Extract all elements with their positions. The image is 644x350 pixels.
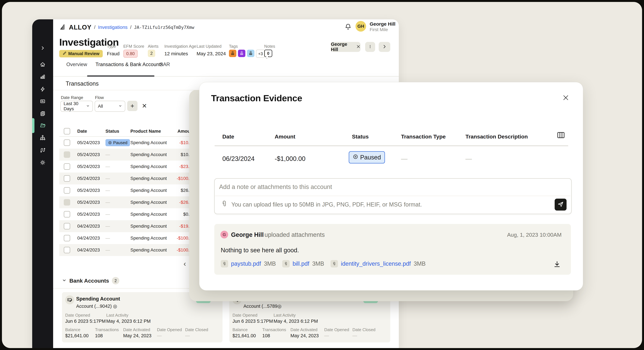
alloy-logo-icon xyxy=(59,23,66,31)
open-folder-icon xyxy=(40,122,46,129)
row-checkbox[interactable] xyxy=(64,211,70,218)
activity-note: Nothing to see here all good. xyxy=(221,247,299,254)
row-checkbox[interactable] xyxy=(64,139,70,146)
plus-icon: + xyxy=(130,102,134,110)
tags-more-chip[interactable]: +3 xyxy=(256,50,265,58)
row-checkbox[interactable] xyxy=(64,187,70,194)
modal-close-button[interactable] xyxy=(561,93,570,103)
clear-filters-button[interactable]: ✕ xyxy=(140,101,148,111)
cell-date: 04/24/2023 xyxy=(77,224,100,229)
cell-product: Spending Account xyxy=(130,140,167,145)
cell-status: — xyxy=(106,224,110,229)
note-input[interactable]: Add a note or attachments to this accoun… xyxy=(219,184,332,190)
modal-status-badge[interactable]: Paused xyxy=(349,151,385,163)
attachment-link[interactable]: identity_drivers_license.pdf xyxy=(341,260,411,267)
attachment-link[interactable]: bill.pdf xyxy=(292,260,309,267)
sidebar-item-documents[interactable] xyxy=(32,109,53,119)
tag-purple[interactable] xyxy=(238,50,245,57)
tags-label: Tags xyxy=(229,44,238,49)
bank-accounts-count-badge: 2 xyxy=(112,277,119,284)
flow-select[interactable]: All xyxy=(95,101,125,112)
chevron-down-icon xyxy=(118,104,122,109)
attach-file-button[interactable] xyxy=(220,200,228,209)
efm-score-label: EFM Score xyxy=(123,44,144,49)
remove-assignee-icon[interactable] xyxy=(356,45,360,49)
row-checkbox[interactable] xyxy=(64,235,70,241)
screen: ALLOY / Investigations / JA-TZiLfu1rz56q… xyxy=(0,0,644,350)
sidebar-item-workflows[interactable] xyxy=(32,145,53,155)
breadcrumb-investigations-link[interactable]: Investigations xyxy=(98,25,128,30)
paperclip-icon xyxy=(220,206,228,209)
flow-value: All xyxy=(98,104,103,109)
notifications-button[interactable] xyxy=(344,23,352,31)
pencil-icon xyxy=(62,51,67,56)
efm-score-badge: 0.80 xyxy=(123,50,138,58)
more-actions-button[interactable] xyxy=(365,42,375,52)
user-org: First Mile xyxy=(370,27,388,32)
columns-settings-button[interactable] xyxy=(556,131,566,140)
bell-icon xyxy=(344,28,352,31)
manual-review-badge[interactable]: Manual Review xyxy=(59,50,103,57)
date-closed-label: Date Closed xyxy=(352,327,376,332)
date-activated-value: May 24, 2023 xyxy=(123,333,152,338)
date-range-select[interactable]: Last 30 Days xyxy=(60,101,93,112)
attachment-size: 3MB xyxy=(312,260,324,267)
tab-transactions-bank-accounts[interactable]: Transactions & Bank Accounts xyxy=(96,62,163,67)
modal-col-status: Status xyxy=(352,133,369,140)
billboard-icon xyxy=(40,98,46,105)
next-button[interactable] xyxy=(379,42,390,52)
account-subtitle: Account (...5789◎ xyxy=(244,303,282,309)
type-label: Type xyxy=(107,44,116,49)
sidebar-item-cases[interactable] xyxy=(32,120,53,131)
cell-date: 05/24/2023 xyxy=(77,140,100,145)
row-checkbox[interactable] xyxy=(64,163,70,170)
cell-product: Spending Account xyxy=(130,247,167,253)
download-attachments-button[interactable] xyxy=(553,260,561,269)
stamp-icon xyxy=(230,51,235,56)
chevron-right-icon xyxy=(382,44,387,50)
target-icon[interactable]: ◎ xyxy=(113,304,117,309)
bank-accounts-heading: Bank Accounts xyxy=(70,278,109,284)
sidebar-expand-button[interactable] xyxy=(32,43,53,54)
date-opened-label: Date Opened xyxy=(324,327,349,332)
activity-author: George Hill xyxy=(231,231,264,238)
chevron-down-icon xyxy=(86,104,90,109)
row-checkbox[interactable] xyxy=(64,175,70,182)
hierarchy-icon xyxy=(40,135,46,141)
tab-overview[interactable]: Overview xyxy=(66,62,87,67)
cell-status: — xyxy=(106,247,110,253)
sidebar-item-actions[interactable] xyxy=(32,84,53,95)
cell-status: — xyxy=(106,200,110,205)
sidebar-item-board[interactable] xyxy=(32,96,53,107)
user-avatar[interactable]: GH xyxy=(356,21,366,32)
cell-date: 05/24/2023 xyxy=(77,188,100,193)
add-filter-button[interactable]: + xyxy=(127,101,138,111)
pagination-prev-button[interactable]: ‹ xyxy=(184,259,186,268)
row-checkbox[interactable] xyxy=(64,223,70,229)
bank-accounts-toggle[interactable]: Bank Accounts 2 xyxy=(62,277,119,284)
modal-table-divider xyxy=(214,145,568,146)
select-all-checkbox[interactable] xyxy=(64,128,70,134)
date-activated-value: May 24, 2023 xyxy=(290,333,319,338)
sidebar-item-hierarchy[interactable] xyxy=(32,133,53,143)
sidebar-item-settings[interactable] xyxy=(32,158,53,168)
sidebar-item-analytics[interactable] xyxy=(32,72,53,82)
tab-sar[interactable]: SAR xyxy=(160,62,170,67)
cell-status: — xyxy=(106,188,110,193)
notes-button[interactable]: 0 xyxy=(264,50,272,57)
tag-orange[interactable] xyxy=(229,50,236,57)
sidebar-item-home[interactable] xyxy=(32,60,53,70)
close-icon xyxy=(562,94,569,102)
cell-date: 05/24/2023 xyxy=(77,152,100,157)
assignee-chip[interactable]: George Hill xyxy=(331,42,360,52)
send-button[interactable] xyxy=(555,199,566,211)
cell-product: Spending Account xyxy=(130,176,167,181)
attachment-link[interactable]: paystub.pdf xyxy=(231,260,261,267)
manual-review-label: Manual Review xyxy=(68,51,100,56)
date-closed-value: — xyxy=(352,333,357,338)
target-icon[interactable]: ◎ xyxy=(278,304,282,309)
row-checkbox[interactable] xyxy=(64,247,70,253)
tag-blue[interactable] xyxy=(247,50,254,57)
cell-date: 05/24/2023 xyxy=(77,176,100,181)
close-icon: ✕ xyxy=(142,102,147,109)
